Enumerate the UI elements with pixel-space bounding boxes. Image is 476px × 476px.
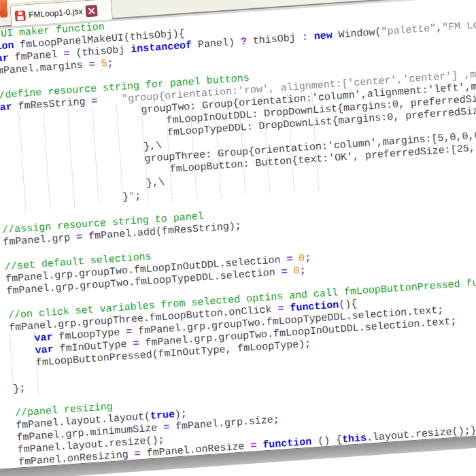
close-icon[interactable] [86,4,98,16]
clipped-orange-icon [0,0,7,18]
screenshot-viewport: FMLoop1-0.jsx //the UI maker functionfun… [0,0,476,476]
code-area[interactable]: //the UI maker functionfunction fmLoopPa… [0,0,476,471]
unsaved-floppy-icon [15,10,26,21]
tab-title: FMLoop1-0.jsx [29,7,83,20]
tilted-editor-capture: FMLoop1-0.jsx //the UI maker functionfun… [0,0,476,476]
